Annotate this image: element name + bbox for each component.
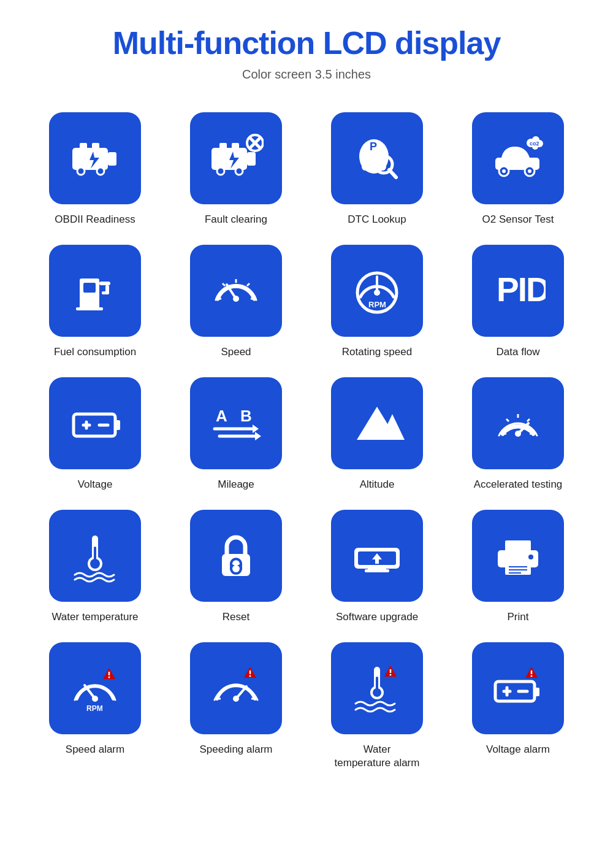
- svg-point-25: [380, 162, 386, 171]
- svg-point-30: [528, 169, 531, 173]
- icon-box-speeding-alarm: [190, 642, 282, 734]
- icon-item-speed-alarm: RPM Speed alarm: [31, 642, 159, 770]
- icon-box-water-temp-alarm: [331, 642, 423, 734]
- svg-line-47: [247, 283, 249, 286]
- svg-point-24: [362, 162, 368, 171]
- icon-box-voltage: [49, 377, 141, 469]
- svg-rect-115: [535, 688, 539, 696]
- rotating-speed-icon: RPM: [349, 263, 405, 318]
- svg-rect-40: [102, 291, 109, 294]
- icon-box-o2-sensor-test: co2: [472, 112, 564, 204]
- label-water-temperature: Water temperature: [51, 610, 138, 624]
- icon-box-mileage: A B: [190, 377, 282, 469]
- svg-text:co2: co2: [530, 140, 539, 147]
- page-subtitle: Color screen 3.5 inches: [242, 67, 371, 82]
- icon-box-obdii-readiness: [49, 112, 141, 204]
- icon-item-accelerated-testing: Accelerated testing: [454, 377, 582, 491]
- software-upgrade-icon: [349, 528, 405, 583]
- svg-text:RPM: RPM: [368, 300, 386, 309]
- svg-rect-10: [232, 143, 239, 150]
- svg-rect-11: [247, 152, 256, 166]
- label-voltage-alarm: Voltage alarm: [486, 743, 550, 756]
- icon-box-data-flow: PID: [472, 245, 564, 337]
- icon-box-software-upgrade: [331, 510, 423, 602]
- icon-item-speeding-alarm: Speeding alarm: [172, 642, 300, 770]
- icon-box-rotating-speed: RPM: [331, 245, 423, 337]
- icon-box-fuel-consumption: [49, 245, 141, 337]
- icon-item-water-temp-alarm: Water temperature alarm: [313, 642, 441, 770]
- svg-text:P: P: [370, 140, 377, 153]
- svg-rect-9: [219, 143, 227, 150]
- icon-item-obdii-readiness: OBDII Readiness: [31, 112, 159, 226]
- svg-line-73: [506, 419, 509, 421]
- label-o2-sensor-test: O2 Sensor Test: [482, 213, 554, 226]
- icon-item-o2-sensor-test: co2 O2 Sensor Test: [454, 112, 582, 226]
- label-speed: Speed: [221, 345, 251, 359]
- icon-item-water-temperature: Water temperature: [31, 510, 159, 624]
- water-temperature-icon: [67, 528, 123, 583]
- label-voltage: Voltage: [78, 478, 113, 491]
- svg-point-99: [109, 677, 110, 678]
- icon-item-reset: Reset: [172, 510, 300, 624]
- svg-rect-1: [80, 143, 87, 150]
- svg-marker-64: [255, 432, 261, 440]
- svg-point-6: [77, 167, 85, 175]
- icon-item-fault-clearing: Fault clearing: [172, 112, 300, 226]
- svg-marker-62: [253, 424, 259, 433]
- altitude-icon: [349, 396, 405, 451]
- features-grid: OBDII Readiness Fault clearing: [31, 112, 582, 770]
- icon-box-altitude: [331, 377, 423, 469]
- svg-rect-3: [108, 152, 116, 166]
- dtc-lookup-icon: P: [349, 131, 405, 186]
- svg-point-7: [97, 167, 104, 175]
- page-title: Multi-function LCD display: [113, 25, 501, 61]
- icon-box-print: [472, 510, 564, 602]
- icon-item-rotating-speed: RPM Rotating speed: [313, 245, 441, 359]
- label-speed-alarm: Speed alarm: [66, 743, 124, 756]
- fuel-consumption-icon: [67, 263, 123, 318]
- icon-item-software-upgrade: Software upgrade: [313, 510, 441, 624]
- svg-point-93: [528, 555, 533, 559]
- label-accelerated-testing: Accelerated testing: [474, 478, 563, 491]
- svg-point-51: [374, 290, 380, 296]
- label-software-upgrade: Software upgrade: [336, 610, 418, 624]
- label-water-temp-alarm: Water temperature alarm: [335, 743, 420, 770]
- print-icon: [490, 528, 546, 583]
- label-obdii-readiness: OBDII Readiness: [55, 213, 135, 226]
- water-temp-alarm-icon: [349, 661, 405, 716]
- obdii-readiness-icon: [67, 131, 123, 186]
- reset-icon: [208, 528, 264, 583]
- label-data-flow: Data flow: [497, 345, 540, 359]
- icon-item-dtc-lookup: P DTC Lookup: [313, 112, 441, 226]
- svg-rect-38: [99, 282, 110, 285]
- svg-rect-8: [211, 148, 247, 170]
- icon-item-voltage: Voltage: [31, 377, 159, 491]
- voltage-icon: [67, 396, 123, 451]
- icon-box-voltage-alarm: [472, 642, 564, 734]
- svg-text:B: B: [240, 407, 252, 425]
- icon-item-voltage-alarm: Voltage alarm: [454, 642, 582, 770]
- label-fault-clearing: Fault clearing: [205, 213, 267, 226]
- label-speeding-alarm: Speeding alarm: [199, 743, 272, 756]
- label-mileage: Mileage: [218, 478, 254, 491]
- label-dtc-lookup: DTC Lookup: [348, 213, 406, 226]
- svg-point-29: [502, 169, 506, 173]
- svg-point-106: [249, 675, 251, 677]
- voltage-alarm-icon: [490, 661, 546, 716]
- data-flow-icon: PID: [490, 263, 546, 318]
- label-reset: Reset: [223, 610, 249, 624]
- o2-sensor-test-icon: co2: [490, 131, 546, 186]
- svg-text:A: A: [216, 407, 227, 425]
- svg-rect-88: [505, 540, 531, 553]
- icon-box-dtc-lookup: P: [331, 112, 423, 204]
- icon-item-speed: Speed: [172, 245, 300, 359]
- icon-box-reset: [190, 510, 282, 602]
- svg-point-121: [531, 675, 533, 677]
- svg-text:PID: PID: [497, 271, 546, 309]
- icon-box-speed-alarm: RPM: [49, 642, 141, 734]
- label-rotating-speed: Rotating speed: [342, 345, 412, 359]
- svg-line-46: [223, 283, 225, 286]
- mileage-icon: A B: [208, 396, 264, 451]
- label-fuel-consumption: Fuel consumption: [54, 345, 136, 359]
- icon-item-data-flow: PID Data flow: [454, 245, 582, 359]
